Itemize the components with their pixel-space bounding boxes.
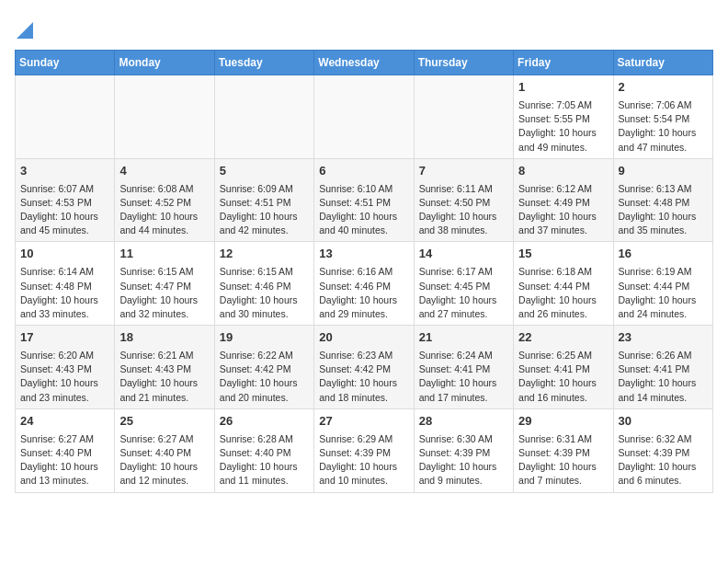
day-info: Sunrise: 6:32 AM Sunset: 4:39 PM Dayligh… xyxy=(619,432,708,488)
day-number: 29 xyxy=(518,413,608,431)
day-cell: 18Sunrise: 6:21 AM Sunset: 4:43 PM Dayli… xyxy=(115,326,214,409)
day-cell: 15Sunrise: 6:18 AM Sunset: 4:44 PM Dayli… xyxy=(514,242,613,326)
day-info: Sunrise: 6:17 AM Sunset: 4:45 PM Dayligh… xyxy=(419,265,508,321)
day-number: 25 xyxy=(119,413,209,431)
day-info: Sunrise: 6:16 AM Sunset: 4:46 PM Dayligh… xyxy=(319,265,408,321)
day-cell: 25Sunrise: 6:27 AM Sunset: 4:40 PM Dayli… xyxy=(115,408,214,492)
weekday-header-friday: Friday xyxy=(514,51,613,75)
day-cell: 24Sunrise: 6:27 AM Sunset: 4:40 PM Dayli… xyxy=(16,408,115,492)
day-number: 28 xyxy=(419,413,508,431)
day-info: Sunrise: 6:18 AM Sunset: 4:44 PM Dayligh… xyxy=(518,265,608,321)
day-cell: 10Sunrise: 6:14 AM Sunset: 4:48 PM Dayli… xyxy=(16,242,115,326)
day-cell: 28Sunrise: 6:30 AM Sunset: 4:39 PM Dayli… xyxy=(414,408,513,492)
weekday-header-thursday: Thursday xyxy=(414,51,513,75)
day-cell: 23Sunrise: 6:26 AM Sunset: 4:41 PM Dayli… xyxy=(613,326,712,409)
day-number: 21 xyxy=(419,329,508,347)
svg-marker-0 xyxy=(17,22,33,39)
day-info: Sunrise: 6:15 AM Sunset: 4:47 PM Dayligh… xyxy=(119,265,209,321)
day-number: 13 xyxy=(319,246,408,263)
day-info: Sunrise: 6:31 AM Sunset: 4:39 PM Dayligh… xyxy=(518,432,608,488)
day-info: Sunrise: 6:08 AM Sunset: 4:52 PM Dayligh… xyxy=(119,182,209,238)
day-number: 24 xyxy=(20,413,109,431)
day-cell xyxy=(314,75,414,159)
day-info: Sunrise: 6:13 AM Sunset: 4:48 PM Dayligh… xyxy=(619,182,708,238)
day-cell: 3Sunrise: 6:07 AM Sunset: 4:53 PM Daylig… xyxy=(16,158,115,242)
day-cell: 14Sunrise: 6:17 AM Sunset: 4:45 PM Dayli… xyxy=(414,242,513,326)
day-info: Sunrise: 6:19 AM Sunset: 4:44 PM Dayligh… xyxy=(619,265,708,321)
day-number: 2 xyxy=(619,79,708,97)
day-number: 6 xyxy=(319,163,408,180)
day-info: Sunrise: 6:09 AM Sunset: 4:51 PM Dayligh… xyxy=(220,182,309,238)
day-cell: 1Sunrise: 7:05 AM Sunset: 5:55 PM Daylig… xyxy=(514,75,613,159)
day-cell: 9Sunrise: 6:13 AM Sunset: 4:48 PM Daylig… xyxy=(613,158,712,242)
day-number: 19 xyxy=(220,329,309,347)
day-cell: 21Sunrise: 6:24 AM Sunset: 4:41 PM Dayli… xyxy=(414,326,513,409)
day-cell: 19Sunrise: 6:22 AM Sunset: 4:42 PM Dayli… xyxy=(214,326,313,409)
day-info: Sunrise: 6:30 AM Sunset: 4:39 PM Dayligh… xyxy=(419,432,508,488)
day-info: Sunrise: 6:26 AM Sunset: 4:41 PM Dayligh… xyxy=(619,349,708,405)
weekday-header-row: SundayMondayTuesdayWednesdayThursdayFrid… xyxy=(16,51,713,75)
day-info: Sunrise: 6:12 AM Sunset: 4:49 PM Dayligh… xyxy=(518,182,608,238)
day-cell: 27Sunrise: 6:29 AM Sunset: 4:39 PM Dayli… xyxy=(314,408,414,492)
day-info: Sunrise: 6:07 AM Sunset: 4:53 PM Dayligh… xyxy=(20,182,109,238)
weekday-header-tuesday: Tuesday xyxy=(214,51,313,75)
day-info: Sunrise: 6:11 AM Sunset: 4:50 PM Dayligh… xyxy=(419,182,508,238)
day-number: 8 xyxy=(518,163,608,180)
weekday-header-sunday: Sunday xyxy=(16,51,115,75)
day-cell: 12Sunrise: 6:15 AM Sunset: 4:46 PM Dayli… xyxy=(214,242,313,326)
day-info: Sunrise: 6:27 AM Sunset: 4:40 PM Dayligh… xyxy=(119,432,209,488)
day-number: 22 xyxy=(518,329,608,347)
day-cell: 29Sunrise: 6:31 AM Sunset: 4:39 PM Dayli… xyxy=(514,408,613,492)
day-cell: 22Sunrise: 6:25 AM Sunset: 4:41 PM Dayli… xyxy=(514,326,613,409)
calendar-body: 1Sunrise: 7:05 AM Sunset: 5:55 PM Daylig… xyxy=(16,75,713,493)
day-info: Sunrise: 6:23 AM Sunset: 4:42 PM Dayligh… xyxy=(319,349,408,405)
day-cell: 26Sunrise: 6:28 AM Sunset: 4:40 PM Dayli… xyxy=(214,408,313,492)
weekday-header-monday: Monday xyxy=(115,51,214,75)
day-cell: 30Sunrise: 6:32 AM Sunset: 4:39 PM Dayli… xyxy=(613,408,712,492)
day-info: Sunrise: 6:29 AM Sunset: 4:39 PM Dayligh… xyxy=(319,432,408,488)
day-info: Sunrise: 6:14 AM Sunset: 4:48 PM Dayligh… xyxy=(20,265,109,321)
day-number: 11 xyxy=(119,246,209,263)
week-row-1: 1Sunrise: 7:05 AM Sunset: 5:55 PM Daylig… xyxy=(16,75,713,159)
day-info: Sunrise: 6:22 AM Sunset: 4:42 PM Dayligh… xyxy=(220,349,309,405)
day-number: 4 xyxy=(119,163,209,180)
day-cell: 11Sunrise: 6:15 AM Sunset: 4:47 PM Dayli… xyxy=(115,242,214,326)
day-number: 30 xyxy=(619,413,708,431)
day-number: 26 xyxy=(220,413,309,431)
logo-triangle-icon xyxy=(17,18,33,39)
day-number: 20 xyxy=(319,329,408,347)
day-cell xyxy=(115,75,214,159)
day-number: 17 xyxy=(20,329,109,347)
day-number: 7 xyxy=(419,163,508,180)
day-cell: 4Sunrise: 6:08 AM Sunset: 4:52 PM Daylig… xyxy=(115,158,214,242)
day-cell: 2Sunrise: 7:06 AM Sunset: 5:54 PM Daylig… xyxy=(613,75,712,159)
day-info: Sunrise: 6:28 AM Sunset: 4:40 PM Dayligh… xyxy=(220,432,309,488)
day-cell xyxy=(414,75,513,159)
day-number: 10 xyxy=(20,246,109,263)
day-info: Sunrise: 6:27 AM Sunset: 4:40 PM Dayligh… xyxy=(20,432,109,488)
week-row-4: 17Sunrise: 6:20 AM Sunset: 4:43 PM Dayli… xyxy=(16,326,713,409)
day-cell: 6Sunrise: 6:10 AM Sunset: 4:51 PM Daylig… xyxy=(314,158,414,242)
logo xyxy=(15,15,33,39)
weekday-header-saturday: Saturday xyxy=(613,51,712,75)
day-cell: 17Sunrise: 6:20 AM Sunset: 4:43 PM Dayli… xyxy=(16,326,115,409)
day-info: Sunrise: 6:10 AM Sunset: 4:51 PM Dayligh… xyxy=(319,182,408,238)
day-number: 23 xyxy=(619,329,708,347)
day-info: Sunrise: 6:20 AM Sunset: 4:43 PM Dayligh… xyxy=(20,349,109,405)
day-info: Sunrise: 6:24 AM Sunset: 4:41 PM Dayligh… xyxy=(419,349,508,405)
day-cell: 5Sunrise: 6:09 AM Sunset: 4:51 PM Daylig… xyxy=(214,158,313,242)
day-number: 9 xyxy=(619,163,708,180)
day-info: Sunrise: 7:05 AM Sunset: 5:55 PM Dayligh… xyxy=(518,98,608,155)
day-number: 12 xyxy=(220,246,309,263)
day-number: 15 xyxy=(518,246,608,263)
weekday-header-wednesday: Wednesday xyxy=(314,51,414,75)
week-row-5: 24Sunrise: 6:27 AM Sunset: 4:40 PM Dayli… xyxy=(16,408,713,492)
day-cell: 16Sunrise: 6:19 AM Sunset: 4:44 PM Dayli… xyxy=(613,242,712,326)
day-number: 16 xyxy=(619,246,708,263)
day-info: Sunrise: 6:15 AM Sunset: 4:46 PM Dayligh… xyxy=(220,265,309,321)
week-row-2: 3Sunrise: 6:07 AM Sunset: 4:53 PM Daylig… xyxy=(16,158,713,242)
calendar-table: SundayMondayTuesdayWednesdayThursdayFrid… xyxy=(15,50,713,493)
day-number: 1 xyxy=(518,79,608,97)
day-cell: 8Sunrise: 6:12 AM Sunset: 4:49 PM Daylig… xyxy=(514,158,613,242)
day-number: 3 xyxy=(20,163,109,180)
